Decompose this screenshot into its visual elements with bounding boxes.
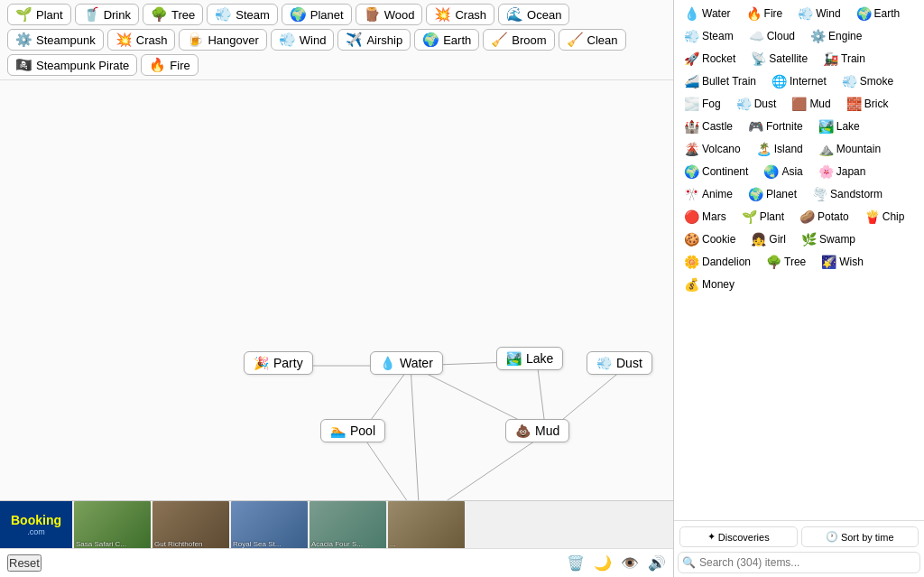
tag-wind[interactable]: 💨Wind	[271, 29, 335, 51]
tag-ocean[interactable]: 🌊Ocean	[498, 4, 569, 25]
sidebar-label: Steam	[702, 30, 734, 42]
ad-label-2: Gut Richthofen	[154, 540, 202, 548]
moon-icon[interactable]: 🌙	[594, 554, 612, 572]
svg-line-6	[420, 433, 546, 500]
search-bar: 🔍	[678, 552, 920, 573]
sidebar-item-internet[interactable]: 🌐Internet	[765, 71, 833, 91]
sidebar-item-satellite[interactable]: 📡Satellite	[744, 49, 814, 69]
sidebar-item-lake[interactable]: 🏞️Lake	[812, 116, 866, 136]
sidebar-label: Fire	[764, 7, 783, 20]
reset-button[interactable]: Reset	[7, 554, 42, 572]
sidebar-item-money[interactable]: 💰Money	[678, 275, 741, 294]
ad-thumb-3[interactable]: Royal Sea St...	[231, 501, 308, 548]
tag-crash[interactable]: 💥Crash	[426, 4, 494, 25]
sidebar-item-asia[interactable]: 🌏Asia	[757, 162, 808, 181]
tag-label: Wind	[300, 33, 327, 47]
ad-thumb-2[interactable]: Gut Richthofen	[152, 501, 229, 548]
tag-earth[interactable]: 🌍Earth	[414, 29, 479, 51]
sidebar-item-plant[interactable]: 🌱Plant	[735, 207, 790, 227]
tag-steam[interactable]: 💨Steam	[207, 4, 278, 25]
sidebar-item-wind[interactable]: 💨Wind	[791, 4, 846, 23]
tag-wood[interactable]: 🪵Wood	[356, 4, 423, 25]
sidebar-item-tree[interactable]: 🌳Tree	[760, 252, 812, 272]
sidebar-emoji: 🌿	[801, 232, 817, 247]
tag-steampunk[interactable]: ⚙️Steampunk	[7, 29, 104, 51]
sidebar-item-cookie[interactable]: 🍪Cookie	[678, 229, 742, 249]
sidebar-item-planet[interactable]: 🌍Planet	[742, 184, 803, 204]
tag-label: Fire	[170, 59, 189, 72]
sidebar-item-island[interactable]: 🏝️Island	[750, 139, 809, 159]
sidebar-item-chip[interactable]: 🍟Chip	[858, 207, 911, 227]
sidebar-emoji: 🔴	[684, 209, 699, 224]
sidebar-emoji: 🍪	[684, 232, 699, 247]
node-water[interactable]: 💧Water	[370, 351, 443, 375]
sidebar-item-potato[interactable]: 🥔Potato	[793, 207, 855, 227]
sidebar-item-fog[interactable]: 🌫️Fog	[678, 94, 727, 114]
node-lake[interactable]: 🏞️Lake	[496, 347, 563, 370]
node-dust[interactable]: 💨Dust	[587, 351, 652, 375]
tag-emoji: 🥤	[83, 6, 100, 23]
eye-icon[interactable]: 👁️	[621, 554, 639, 572]
svg-line-5	[361, 433, 420, 500]
tag-drink[interactable]: 🥤Drink	[75, 4, 139, 25]
tag-clean[interactable]: 🧹Clean	[559, 29, 626, 51]
sidebar-item-fortnite[interactable]: 🎮Fortnite	[742, 116, 809, 136]
sidebar-item-engine[interactable]: ⚙️Engine	[804, 26, 868, 46]
sidebar-emoji: 🎮	[748, 119, 763, 134]
tag-crash[interactable]: 💥Crash	[107, 29, 176, 51]
node-mud[interactable]: 💩Mud	[505, 419, 569, 442]
sidebar-item-castle[interactable]: 🏰Castle	[678, 116, 739, 136]
sidebar-item-mountain[interactable]: ⛰️Mountain	[812, 139, 887, 159]
node-label: Lake	[526, 351, 553, 366]
sidebar-label: Money	[702, 278, 735, 291]
sidebar-item-wish[interactable]: 🌠Wish	[815, 252, 870, 272]
sidebar-item-continent[interactable]: 🌍Continent	[678, 162, 754, 181]
sidebar-item-japan[interactable]: 🌸Japan	[812, 162, 873, 181]
tag-planet[interactable]: 🌍Planet	[282, 4, 352, 25]
sidebar-item-water[interactable]: 💧Water	[678, 4, 737, 23]
sidebar-item-bullet-train[interactable]: 🚄Bullet Train	[678, 71, 762, 91]
tag-airship[interactable]: ✈️Airship	[337, 29, 411, 51]
search-input[interactable]	[699, 556, 916, 569]
sidebar-label: Lake	[836, 120, 860, 133]
sidebar-item-anime[interactable]: 🎌Anime	[678, 184, 739, 204]
tag-fire[interactable]: 🔥Fire	[141, 54, 198, 76]
sidebar-item-earth[interactable]: 🌍Earth	[850, 4, 907, 23]
sidebar-emoji: 🔥	[746, 6, 762, 21]
sidebar-item-cloud[interactable]: ☁️Cloud	[743, 26, 801, 46]
sidebar-item-steam[interactable]: 💨Steam	[678, 26, 740, 46]
tag-emoji: 🔥	[149, 57, 166, 73]
node-pool[interactable]: 🏊Pool	[320, 419, 385, 442]
node-party[interactable]: 🎉Party	[244, 351, 313, 375]
tag-plant[interactable]: 🌱Plant	[7, 4, 71, 25]
sidebar-item-swamp[interactable]: 🌿Swamp	[795, 229, 862, 249]
tag-steampunk-pirate[interactable]: 🏴‍☠️Steampunk Pirate	[7, 54, 137, 76]
sidebar-item-rocket[interactable]: 🚀Rocket	[678, 49, 742, 69]
sidebar-item-brick[interactable]: 🧱Brick	[840, 94, 895, 114]
tag-label: Plant	[36, 8, 63, 22]
sidebar-item-dandelion[interactable]: 🌼Dandelion	[678, 252, 757, 272]
sidebar-item-fire[interactable]: 🔥Fire	[740, 4, 790, 23]
tag-broom[interactable]: 🧹Broom	[483, 29, 554, 51]
sidebar-item-mud[interactable]: 🟫Mud	[785, 94, 836, 114]
booking-ad[interactable]: Booking .com	[0, 501, 72, 548]
canvas-area[interactable]: 🎉Party💧Water🏞️Lake💨Dust🏊Pool💩Mud💧Puddle	[0, 80, 673, 500]
sidebar-emoji: 🌼	[684, 255, 699, 269]
volume-icon[interactable]: 🔊	[648, 554, 666, 572]
sidebar-item-train[interactable]: 🚂Train	[817, 49, 872, 69]
discoveries-button[interactable]: ✦ Discoveries	[679, 526, 798, 547]
sidebar-item-mars[interactable]: 🔴Mars	[678, 207, 733, 227]
sort-button[interactable]: 🕐 Sort by time	[801, 526, 919, 547]
sidebar-item-girl[interactable]: 👧Girl	[744, 229, 792, 249]
ad-thumb-1[interactable]: Sasa Safari C...	[74, 501, 151, 548]
ad-thumb-5[interactable]: ...	[388, 501, 465, 548]
sidebar-item-dust[interactable]: 💨Dust	[730, 94, 783, 114]
ad-thumb-4[interactable]: Acacia Four S...	[310, 501, 386, 548]
sidebar-item-sandstorm[interactable]: 🌪️Sandstorm	[806, 184, 889, 204]
sidebar-item-volcano[interactable]: 🌋Volcano	[678, 139, 747, 159]
tag-hangover[interactable]: 🍺Hangover	[179, 29, 266, 51]
tag-tree[interactable]: 🌳Tree	[143, 4, 203, 25]
sidebar-emoji: 🌳	[766, 255, 781, 269]
trash-icon[interactable]: 🗑️	[567, 554, 585, 572]
sidebar-item-smoke[interactable]: 💨Smoke	[836, 71, 900, 91]
